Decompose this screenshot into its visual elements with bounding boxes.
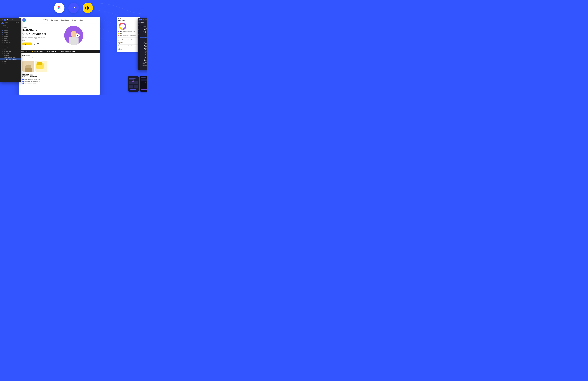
layer-frame7[interactable]: ⊡ Frame 7: [0, 30, 21, 32]
nav-container-reg-1[interactable]: ▸ ⬜ Container / Regular: [140, 46, 147, 47]
heading-icon: H: [145, 54, 146, 55]
nav-sidebar-icon-3[interactable]: ⬡: [138, 29, 139, 30]
nav-studycase[interactable]: Study Case: [61, 19, 69, 21]
layer-text-shayna[interactable]: T I'm Shayna: [0, 55, 21, 56]
nav-title-wrap[interactable]: ▾ ⬜ Title Wrap / Left: [140, 51, 147, 52]
nav-section-companies[interactable]: ▸ ⬜ Section / Companies: [140, 60, 147, 61]
layer-group29[interactable]: □ Group 29: [0, 39, 21, 41]
nav-body[interactable]: ▾ Body: [140, 24, 147, 26]
nav-about[interactable]: About: [79, 19, 83, 21]
layer-text-membantu[interactable]: T Membantu perusahaan d...: [0, 56, 21, 58]
layer-group41[interactable]: □ Group 41: [0, 37, 21, 39]
nav-container-nav[interactable]: ▾ ⬜ Container / Navigation: [140, 29, 147, 30]
layer-group58[interactable]: □ Group 58: [0, 36, 21, 37]
more-icon[interactable]: ···: [14, 19, 16, 21]
text-icon: T: [2, 55, 3, 56]
layer-frame8[interactable]: ⊡ Frame 8: [0, 34, 21, 36]
nav-margin-bottom[interactable]: ⬜ Margin Bottom / 16: [140, 52, 147, 54]
layer-landing-page[interactable]: ▾ Landing Page: [0, 26, 21, 28]
nav-section-regular-1[interactable]: ▾ ⬜ Section / Regular: [140, 47, 147, 49]
nav-button-primary[interactable]: ⬜ Button / Primary: [140, 57, 147, 58]
group-icon: □: [2, 63, 3, 64]
layer-group5[interactable]: □ Group 5: [0, 60, 21, 62]
nav-link-4[interactable]: 🔗 Nav Link: [140, 40, 147, 41]
nav-sidebar-icon-2[interactable]: ≡: [139, 27, 139, 28]
dot-red: [118, 35, 119, 36]
tab-assets[interactable]: Assets: [5, 22, 8, 24]
nav-clients[interactable]: Clients: [72, 19, 76, 21]
play-button[interactable]: ▶: [76, 33, 80, 37]
nav-sidebar-icon-1[interactable]: ◫: [138, 25, 139, 26]
nav-nav-left[interactable]: ▸ ⬜ Navigation / Left: [140, 30, 147, 32]
svg-rect-28: [129, 79, 134, 80]
hero-image-circle: ▶: [64, 26, 83, 45]
reason-item-1: ✓ I do design and code for better qualit…: [22, 79, 97, 80]
group-icon: □: [2, 28, 3, 29]
layer-btn-secondary2[interactable]: □ btn_secondary: [0, 51, 21, 53]
collapse-icon: ▾: [144, 32, 144, 33]
nav-container-reg-3[interactable]: ▸ ⬜ Container / Regular: [140, 61, 147, 63]
svg-rect-30: [129, 85, 133, 88]
grid-icon[interactable]: ⊞: [1, 19, 3, 21]
layer-group6[interactable]: □ Group 6: [0, 49, 21, 51]
problems-card: Problems that people have experienced 50…: [117, 17, 140, 52]
frame-icon: ⬜: [145, 43, 146, 44]
group-icon: □: [2, 45, 3, 46]
layers-tabs: Layers Assets Page 1: [0, 22, 21, 24]
nav-banner[interactable]: Banner: [140, 26, 147, 27]
wrap-icon: ⬜: [146, 51, 147, 52]
nav-section-header[interactable]: ▾ ⬜ Section / Header: [140, 45, 147, 46]
pencil-icon[interactable]: ✏: [11, 19, 14, 21]
text-icon[interactable]: T: [9, 19, 11, 21]
layer-frame9[interactable]: ⊡ Frame 9: [0, 32, 21, 34]
svg-rect-5: [85, 7, 86, 9]
nav-mobile-btn[interactable]: ⬜ Navbar / Mobile Button W...: [140, 41, 147, 43]
layer-group28[interactable]: □ Group 28: [0, 47, 21, 49]
nav-paragraph[interactable]: P Paragraph / Regular: [140, 55, 147, 57]
nav-section-regular-2[interactable]: ⬜ Section / Regular: [140, 63, 147, 65]
svg-rect-41: [141, 89, 147, 90]
section-icon: ⬜: [144, 48, 145, 49]
svg-rect-2: [58, 7, 59, 8]
reasons-section: Reasons Why I Might GreatFor Your Busine…: [22, 73, 97, 84]
nav-nav-middle[interactable]: ▾ ⬜ Navigation / Middle: [140, 32, 147, 34]
layer-group51[interactable]: □ Group 51: [0, 28, 21, 30]
nav-sidebar-icon-4[interactable]: 👤: [138, 31, 140, 32]
nav-sidebar-icons: ◫ ≡ ⬡ 👤 🛒 ⚙: [138, 24, 140, 70]
nav-navigation[interactable]: ▾ Navigation: [140, 27, 147, 29]
nav-heading3[interactable]: H Heading 3: [140, 54, 147, 55]
mockplus-logo: [83, 3, 93, 13]
layer-btn-primary[interactable]: □ btn_primary: [0, 53, 21, 55]
nav-section-regular-3[interactable]: ⬜ Section / Regular: [140, 65, 147, 66]
nav-showcase[interactable]: Showcase: [51, 19, 58, 21]
svg-point-33: [132, 81, 134, 82]
testi-name-2: Sunny: [121, 48, 124, 49]
tab-layers[interactable]: Layers: [1, 22, 4, 24]
research-heading: Research First: [22, 55, 97, 56]
layer-group4[interactable]: □ Group 4: [0, 62, 21, 64]
explore-button[interactable]: Explore Now: [22, 43, 32, 45]
app-screenshots: [128, 76, 147, 92]
nav-nav-right[interactable]: ▸ ⬜ Navigation / Right: [140, 43, 147, 45]
layer-details[interactable]: ▾ Details: [0, 24, 21, 26]
portfolio-button[interactable]: My Portfolio ↗: [33, 43, 41, 45]
layer-group27[interactable]: □ Group 27: [0, 45, 21, 47]
nav-sidebar-icon-5[interactable]: 🛒: [138, 33, 140, 35]
nav-nav-menu[interactable]: ▾ ⊡ Nav Menu: [140, 34, 147, 35]
layer-text-fullstack[interactable]: T Full-Stack UI/UX Develop...: [0, 58, 21, 60]
nav-sidebar-icon-6[interactable]: ⚙: [138, 36, 139, 37]
layer-btn-secondary1[interactable]: □ btn_secondary: [0, 41, 21, 43]
frame-icon[interactable]: ⬜: [6, 19, 8, 21]
nav-link-1[interactable]: 🔗 Nav Link: [140, 35, 147, 37]
nav-landing[interactable]: Landing: [42, 19, 48, 21]
layer-group26[interactable]: □ Group 26: [0, 43, 21, 45]
nav-link-2-selected[interactable]: 🔗 Nav Link: [140, 37, 147, 38]
nav-container-reg-2[interactable]: ▾ ⬜ Container / Regular: [140, 49, 147, 51]
cursor-icon[interactable]: ▲: [3, 19, 6, 21]
nav-link-3[interactable]: 🔗 Nav Link: [140, 38, 147, 40]
button-icon: ⬜: [145, 57, 147, 58]
testimonial-section: It was really hard to send my to my pare…: [118, 37, 138, 44]
frame-icon: ⊡: [2, 30, 3, 31]
nav-collection-list[interactable]: ⬜ Collection List Wrapper: [140, 58, 147, 60]
section-icon: ⬜: [144, 45, 145, 46]
